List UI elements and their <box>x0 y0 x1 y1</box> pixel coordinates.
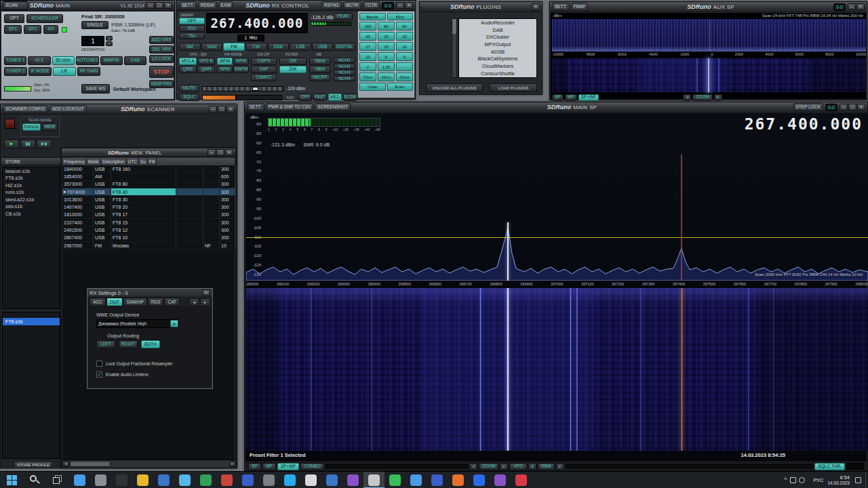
view-toggle-button[interactable]: SP+WF <box>578 94 599 101</box>
sqlc-threshold-line[interactable] <box>246 237 868 238</box>
scroll-left-icon[interactable]: ◄ <box>62 461 69 467</box>
table-row[interactable]: 7074000 USB FT8 40 300 <box>62 188 236 196</box>
maximize-button[interactable]: □ <box>848 104 856 110</box>
titlebar-button[interactable]: SCREENSHOT <box>315 103 351 112</box>
view-toggle-button[interactable]: SP <box>552 94 564 101</box>
mode-button[interactable]: AM <box>179 43 201 51</box>
close-icon[interactable]: × <box>164 2 172 9</box>
taskbar-app-icon[interactable] <box>132 472 153 488</box>
sqlc-slider[interactable] <box>202 95 236 100</box>
taskbar-app-icon[interactable] <box>90 472 111 488</box>
table-row[interactable]: 2107400 USB FT8 15 300 <box>62 219 236 226</box>
taskbar-app-icon[interactable] <box>258 472 279 488</box>
minimize-button[interactable]: – <box>146 2 155 9</box>
checkbox[interactable] <box>96 361 102 367</box>
settings-tab[interactable]: AGC <box>90 298 106 306</box>
taskbar-app-icon[interactable] <box>490 472 511 488</box>
tuner2-option-button[interactable]: TUNER 2 <box>4 67 27 76</box>
volume-slider-thumb[interactable] <box>252 87 258 91</box>
enter-button[interactable]: Enter <box>387 83 414 91</box>
routing-button[interactable]: LEFT <box>96 340 115 348</box>
band-button[interactable]: 160 <box>359 22 376 30</box>
titlebar-button[interactable]: SETT. <box>552 3 570 12</box>
aux-spectrum[interactable] <box>552 19 866 52</box>
save-workspace-button[interactable]: SAVE WS <box>81 84 110 94</box>
decimation-down-icon[interactable]: ▼ <box>106 41 113 46</box>
band-button[interactable]: 10 <box>359 52 376 61</box>
notch-button[interactable]: NCH1 <box>334 58 355 63</box>
titlebar-button[interactable]: RSYN1 <box>321 1 342 10</box>
start-button[interactable] <box>0 472 23 488</box>
close-icon[interactable]: × <box>857 104 865 110</box>
tuner2-option-button[interactable]: IF MODE <box>28 67 52 76</box>
clear-button[interactable]: Clear <box>359 83 386 91</box>
plugin-list-item[interactable]: MPXOutput <box>459 41 536 48</box>
table-row[interactable]: 1810000 USB FT8 17 300 <box>62 211 236 219</box>
checkbox-row[interactable]: Lock Output Fractional Resampler <box>96 361 173 367</box>
sqlc-button[interactable]: SQLC <box>179 94 199 101</box>
output-device-select[interactable]: Динамики (Realtek High ▼ <box>96 319 179 328</box>
del-vrx-button[interactable]: DEL VRX <box>149 45 174 54</box>
view-toggle-button[interactable]: SP+WF <box>277 463 300 470</box>
rbw-decrease-icon[interactable]: ◄ <box>528 463 536 470</box>
nb-button[interactable]: NBN <box>309 66 331 73</box>
show-desktop-button[interactable] <box>865 472 868 488</box>
band-button[interactable]: 70cm <box>359 73 376 81</box>
nb-button[interactable]: NBW <box>309 58 331 65</box>
band-button[interactable]: 40 <box>359 32 376 41</box>
scan-play-button[interactable]: ▶ <box>4 140 19 148</box>
peak-button[interactable]: PEAK <box>334 13 353 20</box>
tuner1-option-button[interactable]: NOTCHES <box>76 56 99 65</box>
volume-slider[interactable] <box>202 86 283 92</box>
titlebar-button[interactable]: FMAF <box>571 3 589 12</box>
add-vrx-button[interactable]: ADD VRX <box>149 36 174 44</box>
mode-button[interactable]: CW <box>245 43 267 51</box>
zoom-out-icon[interactable]: ◄ <box>683 94 691 101</box>
titlebar-button[interactable]: RDSW <box>198 1 217 10</box>
minimize-button[interactable]: – <box>209 106 217 113</box>
taskbar-app-icon[interactable] <box>406 472 427 488</box>
frequency-display[interactable]: 267.400.000 <box>745 115 863 133</box>
band-pad-header-button[interactable]: MHz <box>387 13 414 20</box>
titlebar-button[interactable]: MCTR <box>343 1 361 10</box>
selected-profile-item[interactable]: FT8.s1b <box>3 318 60 325</box>
deemp-option-button[interactable]: OFF <box>179 18 205 24</box>
zoom-in-icon[interactable]: ► <box>714 94 722 101</box>
range-scan-button[interactable]: RANGE <box>22 123 41 131</box>
plugin-list-item[interactable]: AudioRecorder <box>459 19 536 26</box>
band-button[interactable] <box>396 62 413 71</box>
routing-button[interactable]: BOTH <box>141 340 160 348</box>
table-row[interactable]: 2807400 USB FT8 10 300 <box>62 235 236 242</box>
column-header[interactable]: Filt <box>148 158 157 165</box>
scan-step-button[interactable]: ▶▮ <box>37 140 52 148</box>
taskbar-app-icon[interactable] <box>300 472 321 488</box>
settings-tab[interactable]: RDS <box>148 298 164 306</box>
taskbar-app-icon[interactable] <box>111 472 132 488</box>
taskbar-app-icon[interactable] <box>153 472 174 488</box>
cw-op-button[interactable]: CWPK <box>251 58 277 65</box>
close-icon[interactable]: × <box>856 3 865 10</box>
band-button[interactable]: 60 <box>396 22 413 30</box>
scrollbar-thumb[interactable] <box>452 19 456 34</box>
scan-file-item[interactable]: beacon.s1b <box>3 167 60 175</box>
view-toggle-button[interactable]: COMBO <box>300 463 324 470</box>
frequency-display[interactable]: 267.400.000 <box>206 13 308 33</box>
band-button[interactable]: 80 <box>378 22 395 30</box>
fm-mode-button[interactable]: SWFM <box>233 66 249 73</box>
vfo-button[interactable]: VFO A <box>179 58 197 65</box>
agc-button[interactable]: MED <box>328 94 342 101</box>
mem-hscrollbar[interactable]: ◄ ► <box>62 460 236 467</box>
scan-stop-button[interactable] <box>5 119 15 129</box>
column-header[interactable]: Frequency <box>62 158 87 165</box>
taskbar-app-icon[interactable] <box>237 472 258 488</box>
opt-button[interactable]: OPT <box>4 14 24 23</box>
titlebar-button[interactable]: TCTR <box>363 1 380 10</box>
maximize-button[interactable]: □ <box>216 149 224 156</box>
plugin-list-item[interactable]: CloudMarkers <box>459 62 536 70</box>
notch-button[interactable]: NCH3 <box>334 70 355 75</box>
taskbar-app-icon[interactable] <box>195 472 216 488</box>
scan-file-item[interactable]: HiZ.s1b <box>3 182 60 189</box>
mode-button[interactable]: DIGITAL <box>334 43 355 51</box>
taskbar-app-icon[interactable] <box>321 472 342 488</box>
settings-tab[interactable]: CAT <box>164 298 180 306</box>
